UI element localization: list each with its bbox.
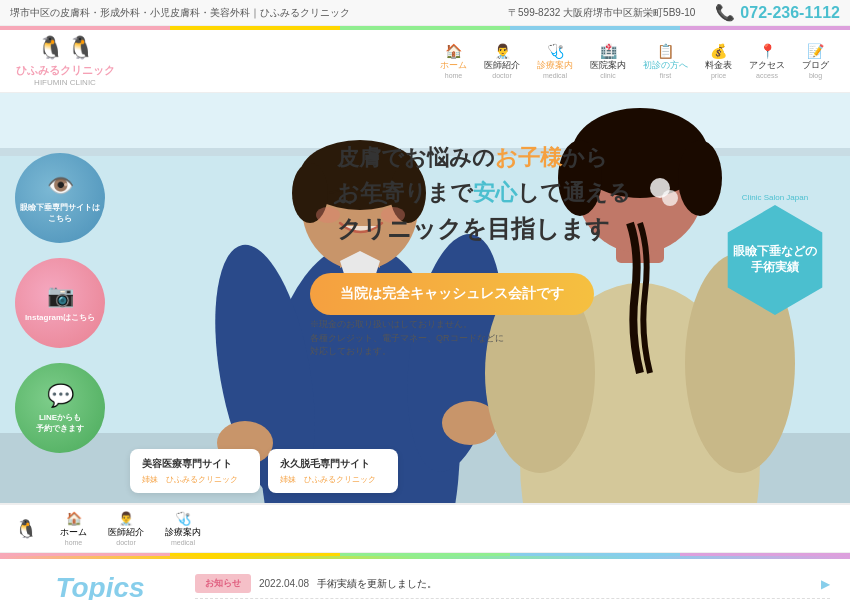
hair-card[interactable]: 永久脱毛専門サイト 姉妹 ひふみるクリニック	[268, 449, 398, 493]
hex-title: 眼瞼下垂などの手術実績	[733, 244, 817, 275]
nav-en-price: price	[711, 72, 726, 79]
hex-subtitle: Clinic Salon Japan	[720, 193, 830, 202]
nav-en-first: first	[660, 72, 671, 79]
doctor-icon: 👨‍⚕️	[494, 43, 511, 59]
second-nav-medical[interactable]: 🩺 診療案内 medical	[157, 509, 209, 548]
nav-label-access: アクセス	[749, 59, 785, 72]
topic-arrow-1[interactable]: ▶	[821, 577, 830, 591]
nav-en-access: access	[756, 72, 778, 79]
svg-point-21	[678, 140, 722, 216]
access-icon: 📍	[759, 43, 776, 59]
topic-row-1: お知らせ 2022.04.08 手術実績を更新しました。 ▶	[195, 569, 830, 599]
nav-label-home: ホーム	[440, 59, 467, 72]
topics-left: Topics クリニックからのお知らせ 🐧	[20, 569, 180, 600]
clinic-name-en: HIFUMIN CLINIC	[34, 78, 96, 87]
phone-icon: 📞	[715, 3, 735, 22]
eye-icon: 👁️	[47, 173, 74, 199]
line-icon: 💬	[47, 383, 74, 409]
nav-label-clinic: 医院案内	[590, 59, 626, 72]
medical-icon: 🩺	[547, 43, 564, 59]
home-icon: 🏠	[445, 43, 462, 59]
penguin-right: 🐧	[67, 35, 94, 61]
second-nav-home[interactable]: 🏠 ホーム home	[52, 509, 95, 548]
hero-text: 皮膚でお悩みのお子様から お年寄りまで安心して通える クリニックを目指します	[337, 143, 631, 245]
clinic-name-jp: ひふみるクリニック	[16, 63, 115, 78]
logo-penguins: 🐧 🐧	[37, 35, 94, 61]
first-icon: 📋	[657, 43, 674, 59]
left-circles: 👁️ 眼瞼下垂専門サイトはこちら 📷 Instagramはこちら 💬 LINEか…	[15, 153, 105, 453]
price-icon: 💰	[710, 43, 727, 59]
nav-item-clinic[interactable]: 🏥 医院案内 clinic	[584, 41, 632, 81]
cashless-note: ※現金のお取り扱いはしておりません。 各種クレジット、電子マネー、QRコードなど…	[310, 318, 504, 359]
sn-home-icon: 🏠	[66, 511, 82, 526]
topic-text-1: 手術実績を更新しました。	[317, 577, 813, 591]
topic-badge-1: お知らせ	[195, 574, 251, 593]
line-circle[interactable]: 💬 LINEからも予約できます	[15, 363, 105, 453]
phone-number[interactable]: 📞 072-236-1112	[715, 3, 840, 22]
blog-icon: 📝	[807, 43, 824, 59]
nav-item-medical[interactable]: 🩺 診療案内 medical	[531, 41, 579, 81]
penguin-left: 🐧	[37, 35, 64, 61]
address: 〒599-8232 大阪府堺市中区新栄町5B9-10	[508, 6, 695, 20]
nav-label-doctor: 医師紹介	[484, 59, 520, 72]
nav-item-doctor[interactable]: 👨‍⚕️ 医師紹介 doctor	[478, 41, 526, 81]
logo: 🐧 🐧 ひふみるクリニック HIFUMIN CLINIC	[15, 35, 115, 87]
second-nav-logo: 🐧	[15, 518, 37, 540]
nav-item-price[interactable]: 💰 料金表 price	[699, 41, 738, 81]
beauty-card-title: 美容医療専門サイト	[142, 457, 248, 471]
nav-label-medical: 診療案内	[537, 59, 573, 72]
hex-button[interactable]: 眼瞼下垂などの手術実績	[720, 205, 830, 315]
nav-en-medical: medical	[543, 72, 567, 79]
nav-en-clinic: clinic	[600, 72, 616, 79]
top-bar: 堺市中区の皮膚科・形成外科・小児皮膚科・美容外科｜ひふみるクリニック 〒599-…	[0, 0, 850, 26]
nav-item-first[interactable]: 📋 初診の方へ first	[637, 41, 694, 81]
hero-section: 皮膚でお悩みのお子様から お年寄りまで安心して通える クリニックを目指します 当…	[0, 93, 850, 503]
nav-en-home: home	[445, 72, 463, 79]
instagram-circle[interactable]: 📷 Instagramはこちら	[15, 258, 105, 348]
nav-label-blog: ブログ	[802, 59, 829, 72]
nav-bar: 🐧 🐧 ひふみるクリニック HIFUMIN CLINIC 🏠 ホーム home …	[0, 30, 850, 93]
breadcrumb: 堺市中区の皮膚科・形成外科・小児皮膚科・美容外科｜ひふみるクリニック	[10, 6, 350, 20]
hex-area: Clinic Salon Japan 眼瞼下垂などの手術実績	[720, 193, 830, 315]
hero-cards: 美容医療専門サイト 姉妹 ひふみるクリニック 永久脱毛専門サイト 姉妹 ひふみる…	[130, 449, 398, 493]
beauty-card[interactable]: 美容医療専門サイト 姉妹 ひふみるクリニック	[130, 449, 260, 493]
topics-title: Topics	[55, 574, 144, 600]
nav-label-first: 初診の方へ	[643, 59, 688, 72]
hero-line3: クリニックを目指します	[337, 213, 631, 245]
topics-right: お知らせ 2022.04.08 手術実績を更新しました。 ▶ お知らせ 2022…	[195, 569, 830, 600]
nav-item-home[interactable]: 🏠 ホーム home	[434, 41, 473, 81]
clinic-icon: 🏥	[600, 43, 617, 59]
instagram-icon: 📷	[47, 283, 74, 309]
hero-line1: 皮膚でお悩みのお子様から	[337, 143, 631, 173]
nav-en-blog: blog	[809, 72, 822, 79]
nav-item-access[interactable]: 📍 アクセス access	[743, 41, 791, 81]
nav-items: 🏠 ホーム home 👨‍⚕️ 医師紹介 doctor 🩺 診療案内 medic…	[135, 41, 835, 81]
sn-medical-icon: 🩺	[175, 511, 191, 526]
nav-en-doctor: doctor	[492, 72, 511, 79]
svg-point-23	[662, 190, 678, 206]
nav-label-price: 料金表	[705, 59, 732, 72]
hair-card-title: 永久脱毛専門サイト	[280, 457, 386, 471]
eye-site-circle[interactable]: 👁️ 眼瞼下垂専門サイトはこちら	[15, 153, 105, 243]
second-nav-doctor[interactable]: 👨‍⚕️ 医師紹介 doctor	[100, 509, 152, 548]
topics-section: Topics クリニックからのお知らせ 🐧 お知らせ 2022.04.08 手術…	[0, 556, 850, 600]
beauty-card-sub: 姉妹 ひふみるクリニック	[142, 474, 248, 485]
hair-card-sub: 姉妹 ひふみるクリニック	[280, 474, 386, 485]
sn-doctor-icon: 👨‍⚕️	[118, 511, 134, 526]
cashless-button[interactable]: 当院は完全キャッシュレス会計です	[310, 273, 594, 315]
second-nav-items: 🏠 ホーム home 👨‍⚕️ 医師紹介 doctor 🩺 診療案内 medic…	[52, 509, 209, 548]
hero-line2: お年寄りまで安心して通える	[337, 178, 631, 208]
nav-item-blog[interactable]: 📝 ブログ blog	[796, 41, 835, 81]
second-nav: 🐧 🏠 ホーム home 👨‍⚕️ 医師紹介 doctor 🩺 診療案内 med…	[0, 503, 850, 553]
topic-date-1: 2022.04.08	[259, 578, 309, 589]
